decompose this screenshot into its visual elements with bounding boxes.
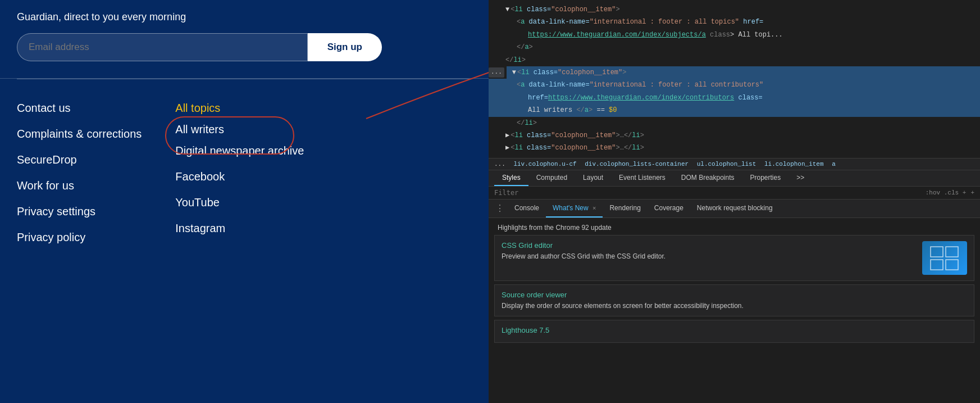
tab-dom-breakpoints[interactable]: DOM Breakpoints (673, 170, 742, 186)
filter-input[interactable] (494, 189, 926, 197)
footer-link-securedrop[interactable]: SecureDrop (17, 148, 142, 171)
signup-button[interactable]: Sign up (308, 33, 382, 61)
guardian-footer: Guardian, direct to you every morning Si… (0, 0, 489, 403)
styles-tabs-row: Styles Computed Layout Event Listeners D… (489, 170, 980, 187)
footer-col-2: All topics All writers Digital newspaper… (175, 96, 304, 403)
lighthouse-title[interactable]: Lighthouse 7.5 (502, 326, 967, 334)
triangle-icon: ▼ (505, 6, 509, 13)
footer-link-privacy-settings[interactable]: Privacy settings (17, 200, 142, 223)
signup-title: Guardian, direct to you every morning (17, 11, 472, 23)
dom-line-9-highlighted: All writers </a> == $0 (489, 104, 980, 116)
source-order-viewer-title[interactable]: Source order viewer (502, 291, 967, 299)
dom-line-3: https://www.theguardian.com/index/subjec… (489, 29, 980, 41)
footer-link-complaints[interactable]: Complaints & corrections (17, 122, 142, 146)
tab-whats-new[interactable]: What's New × (546, 200, 603, 218)
grid-preview-svg (928, 244, 961, 272)
footer-links: Contact us Complaints & corrections Secu… (0, 79, 489, 403)
add-style-icon[interactable]: + (970, 189, 974, 196)
dom-ellipsis-row: ... ▼<li class="colophon__item"> (489, 66, 980, 79)
tab-more[interactable]: >> (788, 170, 812, 186)
breadcrumb-bar: ... liv.colophon.u-cf div.colophon_lists… (489, 158, 980, 170)
bottom-tabs-row: ⋮ Console What's New × Rendering Coverag… (489, 200, 980, 218)
dom-line-2: <a data-link-name="international : foote… (489, 16, 980, 28)
whats-new-item-css-grid: CSS Grid editor Preview and author CSS G… (494, 235, 974, 281)
svg-rect-3 (931, 260, 943, 270)
all-writers-container: All writers (175, 122, 304, 137)
dom-line-11: ▶<li class="colophon__item">…</li> (489, 129, 980, 142)
dom-line-5: </li> (489, 54, 980, 66)
footer-link-work[interactable]: Work for us (17, 174, 142, 197)
whats-new-item-text-source-order: Source order viewer Display the order of… (502, 291, 967, 311)
footer-link-privacy-policy[interactable]: Privacy policy (17, 225, 142, 249)
dom-tree: ▼<li class="colophon__item"> <a data-lin… (489, 0, 980, 158)
svg-rect-2 (946, 247, 958, 257)
footer-link-instagram[interactable]: Instagram (175, 216, 304, 240)
tab-event-listeners[interactable]: Event Listeners (611, 170, 673, 186)
dom-line-10: </li> (489, 117, 980, 129)
tab-rendering[interactable]: Rendering (603, 200, 647, 218)
css-grid-editor-desc: Preview and author CSS Grid with the CSS… (502, 252, 917, 261)
signup-section: Guardian, direct to you every morning Si… (0, 0, 489, 79)
css-grid-editor-title[interactable]: CSS Grid editor (502, 241, 917, 250)
whats-new-item-text-css-grid: CSS Grid editor Preview and author CSS G… (502, 241, 917, 261)
tab-properties[interactable]: Properties (742, 170, 789, 186)
filter-bar: :hov .cls + + (489, 187, 980, 200)
tab-computed[interactable]: Computed (528, 170, 575, 186)
whats-new-items: CSS Grid editor Preview and author CSS G… (489, 235, 980, 343)
footer-link-newspaper[interactable]: Digital newspaper archive (175, 139, 304, 162)
filter-buttons: :hov .cls + + (926, 189, 974, 196)
dom-line-6-highlighted: ▼<li class="colophon__item"> (507, 66, 980, 79)
source-order-viewer-desc: Display the order of source elements on … (502, 301, 967, 311)
ellipsis-button[interactable]: ... (489, 67, 504, 78)
more-tabs-icon[interactable]: ⋮ (492, 203, 508, 214)
footer-link-all-topics[interactable]: All topics (175, 96, 304, 120)
tab-console[interactable]: Console (508, 200, 546, 218)
email-input[interactable] (17, 33, 308, 61)
dom-line-12: ▶<li class="colophon__item">…</li> (489, 142, 980, 154)
footer-link-facebook[interactable]: Facebook (175, 165, 304, 188)
dom-line-4: </a> (489, 41, 980, 53)
tab-styles[interactable]: Styles (494, 170, 528, 186)
footer-link-contact[interactable]: Contact us (17, 96, 142, 120)
dom-line-8-highlighted: href=https://www.theguardian.com/index/c… (489, 92, 980, 104)
tab-close-icon[interactable]: × (592, 205, 596, 211)
whats-new-item-lighthouse: Lighthouse 7.5 (494, 320, 974, 343)
svg-rect-4 (946, 260, 958, 270)
dom-line-7-highlighted: <a data-link-name="international : foote… (489, 79, 980, 91)
svg-rect-1 (931, 247, 943, 257)
whats-new-item-text-lighthouse: Lighthouse 7.5 (502, 326, 967, 337)
whats-new-header: Highlights from the Chrome 92 update (489, 218, 980, 235)
dom-line-1: ▼<li class="colophon__item"> (489, 3, 980, 16)
tab-layout[interactable]: Layout (575, 170, 611, 186)
footer-col-1: Contact us Complaints & corrections Secu… (17, 96, 142, 403)
tab-coverage[interactable]: Coverage (648, 200, 690, 218)
footer-link-youtube[interactable]: YouTube (175, 191, 304, 214)
footer-link-all-writers[interactable]: All writers (175, 119, 224, 140)
bottom-panel: ⋮ Console What's New × Rendering Coverag… (489, 200, 980, 403)
devtools-panel: ▼<li class="colophon__item"> <a data-lin… (489, 0, 980, 403)
css-grid-editor-image (922, 241, 967, 275)
signup-form: Sign up (17, 33, 382, 61)
filter-hint: :hov .cls + (926, 189, 967, 196)
whats-new-item-source-order: Source order viewer Display the order of… (494, 284, 974, 317)
tab-network-request-blocking[interactable]: Network request blocking (690, 200, 780, 218)
